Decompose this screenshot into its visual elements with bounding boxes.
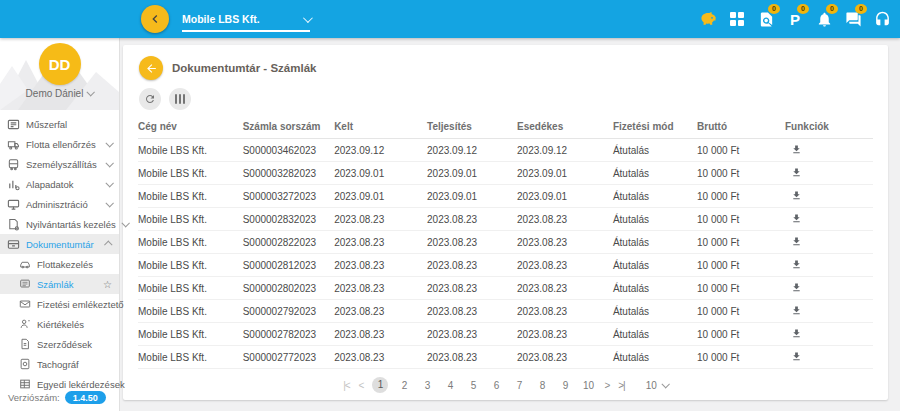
messages-button[interactable]: 0 [841, 0, 865, 38]
apps-grid-button[interactable] [725, 0, 749, 38]
avatar[interactable]: DD [39, 43, 81, 85]
cell-due-date: 2023.08.23 [517, 254, 613, 277]
query-table-icon [18, 378, 31, 391]
document-search-button[interactable]: 0 [754, 0, 778, 38]
download-button[interactable] [785, 144, 802, 155]
next-page-button[interactable]: > [604, 380, 609, 391]
cell-payment-method: Átutalás [613, 277, 697, 300]
first-page-button[interactable]: |< [343, 380, 349, 391]
cell-functions [785, 254, 873, 277]
invoice-icon [18, 278, 31, 291]
cell-functions [785, 139, 873, 162]
page-button[interactable]: 4 [443, 380, 457, 391]
cell-invoice-number: S000002792023 [243, 300, 334, 323]
column-header[interactable]: Funkciók [785, 116, 873, 139]
page-button[interactable]: 6 [489, 380, 503, 391]
download-button[interactable] [785, 328, 802, 339]
page-button[interactable]: 8 [535, 380, 549, 391]
download-button[interactable] [785, 259, 802, 270]
cell-due-date: 2023.08.23 [517, 323, 613, 346]
piggy-bank-button[interactable] [696, 0, 720, 38]
last-page-button[interactable]: >| [618, 380, 624, 391]
refresh-button[interactable] [139, 88, 161, 110]
parking-button[interactable]: P 0 [783, 0, 807, 38]
column-header[interactable]: Kelt [334, 116, 427, 139]
sidebar-item-adminisztracio[interactable]: Adminisztráció [0, 194, 119, 214]
cell-invoice-number: S000002822023 [243, 231, 334, 254]
sidebar-item-dokumentumtar[interactable]: Dokumentumtár [0, 234, 119, 254]
sidebar-item-alapadatok[interactable]: Alapadatok [0, 174, 119, 194]
page-button[interactable]: 9 [558, 380, 572, 391]
monitor-icon [7, 198, 20, 211]
download-button[interactable] [785, 282, 802, 293]
page-title: Dokumentumtár - Számlák [172, 62, 316, 74]
page-size-select[interactable]: 10 [646, 380, 668, 391]
download-button[interactable] [785, 167, 802, 178]
badge-count: 0 [855, 4, 867, 14]
cell-functions [785, 346, 873, 369]
sidebar-item-flottakezeles[interactable]: Flottakezelés [0, 254, 119, 274]
table-row: Mobile LBS Kft. S000003462023 2023.09.12… [138, 139, 873, 162]
download-icon [791, 259, 802, 270]
pagination: |< < 1 2345678910 > >| 10 [123, 372, 888, 398]
sidebar-item-kiertekeles[interactable]: Kiértékelés [0, 314, 119, 334]
column-header[interactable]: Teljesítés [427, 116, 517, 139]
column-header[interactable]: Cég név [138, 116, 243, 139]
column-header[interactable]: Fizetési mód [613, 116, 697, 139]
page-button[interactable]: 5 [466, 380, 480, 391]
page-button[interactable]: 2 [397, 380, 411, 391]
user-menu[interactable]: Demo Dániel [0, 88, 119, 99]
cell-company: Mobile LBS Kft. [138, 323, 243, 346]
page-button[interactable]: 3 [420, 380, 434, 391]
download-button[interactable] [785, 351, 802, 362]
download-button[interactable] [785, 236, 802, 247]
back-button[interactable] [139, 56, 163, 80]
cell-issued-date: 2023.09.01 [334, 185, 427, 208]
sidebar-item-tachograf[interactable]: Tachográf [0, 354, 119, 374]
favorite-star-icon[interactable]: ☆ [103, 279, 112, 290]
cell-fulfilled-date: 2023.09.12 [427, 139, 517, 162]
page-button[interactable]: 10 [581, 380, 595, 391]
prev-page-button[interactable]: < [359, 380, 364, 391]
sidebar-item-label: Számlák [37, 279, 73, 290]
collapse-sidebar-button[interactable] [141, 5, 169, 33]
sidebar-item-flotta-ellenorzes[interactable]: Flotta ellenőrzés [0, 134, 119, 154]
chevron-down-icon [303, 13, 313, 23]
download-icon [791, 144, 802, 155]
download-button[interactable] [785, 190, 802, 201]
page-button[interactable]: 7 [512, 380, 526, 391]
chevron-down-icon [87, 88, 95, 96]
download-button[interactable] [785, 213, 802, 224]
support-button[interactable] [870, 0, 894, 38]
cell-due-date: 2023.09.12 [517, 139, 613, 162]
cell-company: Mobile LBS Kft. [138, 208, 243, 231]
notifications-button[interactable]: 0 [812, 0, 836, 38]
cell-gross: 10 000 Ft [697, 323, 785, 346]
page-button-current[interactable]: 1 [372, 377, 388, 393]
cell-due-date: 2023.09.01 [517, 185, 613, 208]
evaluation-person-icon [18, 318, 31, 331]
company-select[interactable]: Mobile LBS Kft. [182, 8, 310, 32]
sidebar-item-szamlak[interactable]: Számlák ☆ [0, 274, 119, 294]
column-header[interactable]: Esedékes [517, 116, 613, 139]
download-button[interactable] [785, 305, 802, 316]
cell-payment-method: Átutalás [613, 323, 697, 346]
cell-gross: 10 000 Ft [697, 139, 785, 162]
cell-payment-method: Átutalás [613, 139, 697, 162]
sidebar-item-szerzodesek[interactable]: Szerződések [0, 334, 119, 354]
cell-fulfilled-date: 2023.08.23 [427, 323, 517, 346]
sidebar-item-fizetesi-emlekezteto[interactable]: Fizetési emlékeztető [0, 294, 119, 314]
cell-invoice-number: S000002812023 [243, 254, 334, 277]
column-header[interactable]: Bruttó [697, 116, 785, 139]
badge-count: 0 [826, 4, 838, 14]
columns-button[interactable] [169, 88, 191, 110]
cell-functions [785, 185, 873, 208]
piggy-bank-icon [698, 9, 719, 30]
title-row: Dokumentumtár - Számlák [123, 53, 888, 81]
column-header[interactable]: Számla sorszám [243, 116, 334, 139]
sidebar-item-szemelyszallitas[interactable]: Személyszállítás [0, 154, 119, 174]
cell-due-date: 2023.08.23 [517, 231, 613, 254]
bus-icon [7, 158, 20, 171]
sidebar-item-muszerfal[interactable]: Műszerfal [0, 114, 119, 134]
sidebar-item-nyilvantartas-kezeles[interactable]: Nyilvántartás kezelés [0, 214, 119, 234]
